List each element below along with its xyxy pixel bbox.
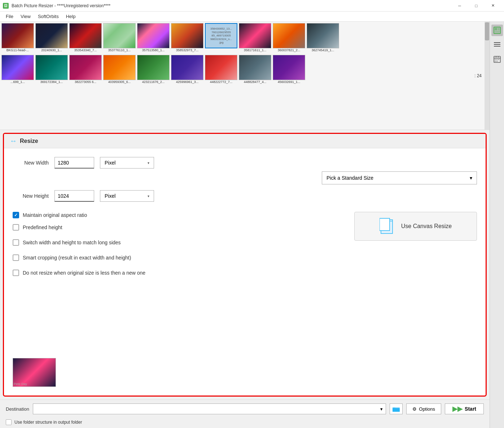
thumbnail-label: 423211676_2... [142,80,165,84]
browse-button[interactable] [390,403,403,414]
thumbnail-item[interactable]: 403959305_6... [103,55,136,84]
svg-rect-1 [380,218,390,231]
checkbox-noresize-row: Do not resize when original size is less… [13,270,347,276]
new-height-input[interactable] [54,190,94,202]
canvas-resize-button[interactable]: Use Canvas Resize [354,212,477,241]
svg-rect-9 [498,28,500,30]
title-bar-controls: ─ □ ✕ [451,0,501,12]
canvas-icon [380,217,395,236]
height-unit-select[interactable]: Pixel ▾ [100,190,154,202]
svg-rect-6 [393,408,400,412]
predefined-label: Predefined height [23,224,62,230]
thumbnail-label: 358171611_1... [244,48,267,52]
thumbnail-image [69,23,102,48]
height-unit-arrow: ▾ [148,194,149,198]
thumbnail-label: 382273055 6... [75,80,96,84]
thumbnail-item[interactable]: 353543340_7... [69,23,102,52]
checkbox-predefined-row: Predefined height [13,224,347,231]
thumbnail-item[interactable]: 358532973_7... [171,23,203,52]
thumbnail-item[interactable]: BKG11-head-... [1,23,34,52]
app-icon: 🖼 [3,3,9,9]
thumbnail-item[interactable]: 382273055 6... [69,55,102,84]
options-section: Maintain original aspect ratio Predefine… [13,212,477,282]
menu-bar: File View SoftOrbits Help [0,12,504,22]
standard-size-select[interactable]: Pick a Standard Size ▾ [322,171,477,184]
resize-tab[interactable]: ↔ Resize [4,134,486,148]
destination-arrow: ▾ [380,406,383,412]
options-label: Options [419,406,435,412]
switch-checkbox[interactable] [13,239,19,246]
calendar-view-button[interactable] [491,53,503,65]
smart-checkbox[interactable] [13,254,19,261]
menu-file[interactable]: File [3,13,16,20]
thumbnail-label: 362745419_1... [312,48,334,52]
right-sidebar [490,22,504,428]
thumbnail-label: 357513580_1... [142,48,165,52]
options-button[interactable]: ⚙ Options [406,403,441,414]
thumbnail-strip: BKG11-head-... 20240930_1... 353543340_7… [0,22,490,130]
height-unit-value: Pixel [105,193,115,199]
thumbnail-item[interactable]: 20240930_1... [35,23,68,52]
thumbnail-item[interactable]: 425996961_3... [171,55,203,84]
new-width-input[interactable] [54,157,94,169]
thumbnail-item[interactable]: 358171611_1... [239,23,271,52]
maximize-button[interactable]: □ [468,0,485,12]
thumbnail-image [273,55,305,80]
thumbnail-item[interactable]: 362745419_1... [307,23,339,52]
noresize-label: Do not resize when original size is less… [23,270,145,276]
predefined-checkbox[interactable] [13,224,19,231]
thumbnail-item[interactable]: 369172384_1... [35,55,68,84]
calendar-view-icon [494,56,501,63]
scroll-handle[interactable] [485,22,489,40]
resize-panel: ↔ Resize New Width Pixel ▾ Pick a [3,133,487,397]
destination-label: Destination [6,406,29,412]
standard-size-row: Pick a Standard Size ▾ [13,171,477,184]
thumbnail-item[interactable]: 456032691_1... [273,55,305,84]
thumbnail-item-selected[interactable]: 358430652_13...76012682955585_4897193059… [205,23,237,48]
thumbnail-item[interactable]: 360037821_2... [273,23,305,52]
folder-structure-checkbox[interactable] [6,419,12,425]
destination-input[interactable]: ▾ [33,403,386,414]
noresize-checkbox[interactable] [13,270,19,276]
thumbnail-scrollbar[interactable] [485,22,490,130]
thumbnail-item[interactable]: 448222772_7... [205,55,237,84]
image-view-button[interactable] [491,25,503,36]
thumbnail-image [171,23,203,48]
maintain-checkbox[interactable] [13,212,19,218]
start-button[interactable]: ▶▶ Start [445,403,484,414]
thumbnail-image [171,55,203,80]
thumbnail-image [69,55,102,80]
thumbnail-item[interactable]: ...699_1... [1,55,34,84]
list-view-button[interactable] [491,39,503,51]
canvas-resize-label: Use Canvas Resize [401,223,452,230]
thumbnail-item[interactable]: 448828477_4... [239,55,271,84]
window-title: Batch Picture Resizer - ****Unregistered… [12,3,110,8]
minimize-button[interactable]: ─ [451,0,468,12]
thumbnail-label: 448828477_4... [244,80,267,84]
thumbnail-image [239,55,271,80]
thumbnail-image [1,55,34,80]
thumbnail-label: 353776110_1... [108,48,131,52]
svg-rect-10 [495,31,500,33]
thumbnail-image-selected: 358430652_13...76012682955585_4897193059… [205,23,237,48]
thumbnail-item[interactable]: 353776110_1... [103,23,136,52]
thumbnail-item[interactable]: 423211676_2... [137,55,170,84]
svg-rect-12 [494,44,500,45]
folder-structure-row: Use folder structure in output folder [0,418,490,428]
thumbnail-label: 358532973_7... [176,48,199,52]
menu-view[interactable]: View [18,13,34,20]
width-unit-arrow: ▾ [148,161,149,165]
thumbnail-image [307,23,339,48]
svg-rect-20 [498,59,499,60]
thumbnail-item[interactable]: 357513580_1... [137,23,170,52]
close-button[interactable]: ✕ [485,0,501,12]
bottom-preview-image: Pete Day [13,358,56,387]
width-unit-select[interactable]: Pixel ▾ [100,157,154,169]
thumbnail-label: BKG11-head-... [6,48,29,52]
thumbnail-label: 353543340_7... [74,48,97,52]
menu-softorbits[interactable]: SoftOrbits [35,13,62,20]
thumbnail-image [1,23,34,48]
resize-tab-label: Resize [20,138,38,144]
menu-help[interactable]: Help [63,13,79,20]
checkbox-smart-row: Smart cropping (result in exact width an… [13,254,347,261]
